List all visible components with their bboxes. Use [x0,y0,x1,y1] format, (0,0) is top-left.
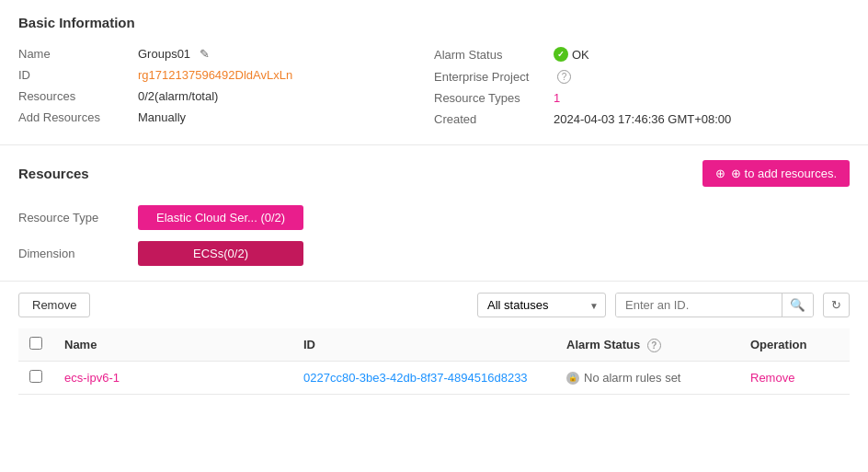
created-label: Created [434,112,554,126]
col-name: Name [53,328,292,362]
refresh-icon: ↻ [831,298,841,312]
name-label: Name [18,47,138,61]
enterprise-project-row: Enterprise Project ? [434,65,850,87]
row-name-link[interactable]: ecs-ipv6-1 [64,371,120,385]
add-resources-label: Add Resources [18,110,138,124]
remove-button[interactable]: Remove [18,293,90,317]
row-remove-link[interactable]: Remove [750,371,794,385]
search-icon: 🔍 [790,298,805,312]
resource-type-label: Resource Type [18,205,138,224]
alarm-status-help-icon[interactable]: ? [647,339,661,352]
row-id-link[interactable]: 0227cc80-3be3-42db-8f37-4894516d8233 [303,371,528,385]
row-alarm-cell: 🔒 No alarm rules set [555,362,739,395]
col-alarm-status: Alarm Status ? [555,328,739,362]
table-header-row: Name ID Alarm Status ? Operation [18,328,850,362]
basic-info-title: Basic Information [18,15,850,30]
created-row: Created 2024-04-03 17:46:36 GMT+08:00 [434,109,850,130]
add-resources-button[interactable]: ⊕ ⊕ to add resources. [702,160,850,187]
edit-icon[interactable]: ✎ [200,47,210,61]
basic-info-section: Basic Information Name Groups01 ✎ ID rg1… [0,0,868,144]
dimension-row: Dimension ECSs(0/2) [0,237,868,281]
dimension-chips: ECSs(0/2) [138,241,303,266]
id-label: ID [18,68,138,82]
row-name-cell: ecs-ipv6-1 [53,362,292,395]
table-row: ecs-ipv6-1 0227cc80-3be3-42db-8f37-48945… [18,362,850,395]
table-section: Remove All statuses ▼ 🔍 ↻ Name [0,282,868,406]
table-toolbar: Remove All statuses ▼ 🔍 ↻ [18,293,850,317]
basic-info-grid: Name Groups01 ✎ ID rg1712137596492DldAvL… [18,43,850,130]
enterprise-project-label: Enterprise Project [434,70,554,84]
plus-circle-icon: ⊕ [715,167,725,180]
table-body: ecs-ipv6-1 0227cc80-3be3-42db-8f37-48945… [18,362,850,395]
alarm-status-label: Alarm Status [434,48,554,62]
alarm-status-value: OK [554,47,589,62]
lock-icon: 🔒 [566,372,579,385]
resources-value: 0/2(alarm/total) [138,89,218,103]
enterprise-project-value: ? [554,69,571,84]
resource-type-row: Resource Type Elastic Cloud Ser... (0/2) [0,198,868,237]
resource-types-value[interactable]: 1 [554,91,560,105]
search-input[interactable] [616,294,782,317]
add-resources-value: Manually [138,110,186,124]
status-ok-icon [554,47,568,62]
resources-table: Name ID Alarm Status ? Operation [18,328,850,395]
name-row: Name Groups01 ✎ [18,43,434,64]
created-value: 2024-04-03 17:46:36 GMT+08:00 [554,112,731,126]
search-button[interactable]: 🔍 [782,294,813,317]
row-checkbox-cell [18,362,53,395]
resource-types-label: Resource Types [434,91,554,105]
select-all-checkbox[interactable] [29,337,42,350]
info-col-right: Alarm Status OK Enterprise Project ? Res… [434,43,850,130]
resources-row: Resources 0/2(alarm/total) [18,86,434,107]
row-id-cell: 0227cc80-3be3-42db-8f37-4894516d8233 [292,362,555,395]
info-col-left: Name Groups01 ✎ ID rg1712137596492DldAvL… [18,43,434,130]
dimension-chip[interactable]: ECSs(0/2) [138,241,303,266]
row-operation-cell: Remove [739,362,850,395]
resource-type-chips: Elastic Cloud Ser... (0/2) [138,205,303,230]
col-id: ID [292,328,555,362]
resources-header: Resources ⊕ ⊕ to add resources. [0,145,868,198]
row-checkbox[interactable] [29,370,42,383]
resources-label: Resources [18,89,138,103]
dimension-label: Dimension [18,241,138,260]
col-checkbox [18,328,53,362]
col-operation: Operation [739,328,850,362]
id-row: ID rg1712137596492DldAvLxLn [18,64,434,86]
name-value: Groups01 ✎ [138,47,210,61]
refresh-button[interactable]: ↻ [823,293,850,317]
help-icon[interactable]: ? [557,70,571,84]
alarm-status-row: Alarm Status OK [434,43,850,65]
add-resources-row: Add Resources Manually [18,107,434,128]
search-wrap: 🔍 [615,293,814,317]
status-select[interactable]: All statuses [477,293,606,317]
resources-title: Resources [18,166,89,181]
resource-type-chip[interactable]: Elastic Cloud Ser... (0/2) [138,205,303,230]
status-select-wrap: All statuses ▼ [477,293,606,317]
id-value[interactable]: rg1712137596492DldAvLxLn [138,68,292,82]
resource-types-row: Resource Types 1 [434,87,850,109]
